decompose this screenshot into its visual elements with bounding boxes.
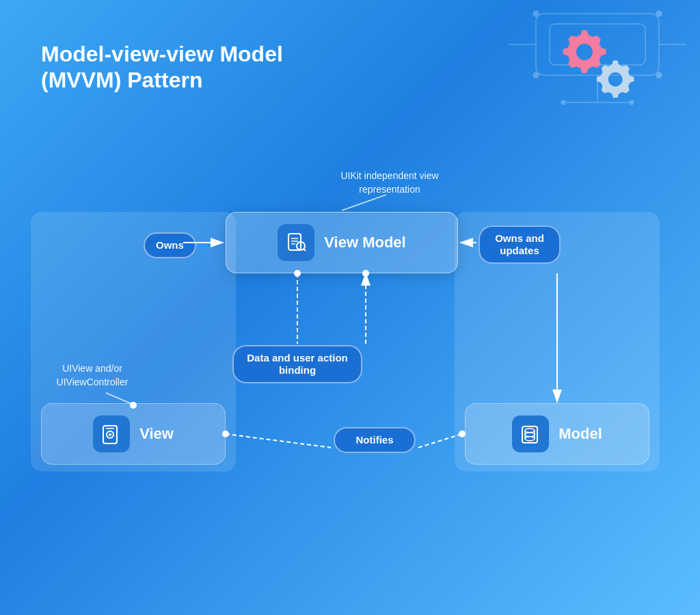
svg-point-23 bbox=[525, 428, 535, 433]
svg-point-26 bbox=[525, 433, 535, 437]
svg-point-20 bbox=[109, 433, 111, 436]
uikit-annotation: UIKit independent view representation bbox=[328, 169, 451, 196]
page-title: Model-view-view Model (MVVM) Pattern bbox=[41, 41, 283, 94]
view-inner: View bbox=[93, 415, 174, 452]
svg-line-31 bbox=[342, 195, 386, 210]
svg-point-2 bbox=[533, 11, 539, 16]
svg-line-37 bbox=[226, 434, 331, 448]
viewmodel-label: View Model bbox=[324, 234, 405, 251]
owns-badge: Owns bbox=[144, 232, 196, 258]
model-inner: Model bbox=[512, 415, 602, 452]
viewmodel-icon bbox=[278, 224, 314, 261]
model-icon bbox=[512, 415, 549, 452]
uiviewcontroller-annotation: UIView and/or UIViewController bbox=[38, 362, 147, 389]
title-line1: Model-view-view Model bbox=[41, 41, 283, 67]
diagram-container: Model-view-view Model (MVVM) Pattern UIK… bbox=[0, 0, 700, 615]
view-icon bbox=[93, 415, 130, 452]
title-line2: (MVVM) Pattern bbox=[41, 67, 283, 93]
gear-gray-icon bbox=[594, 58, 638, 102]
viewmodel-inner: View Model bbox=[278, 224, 405, 261]
view-label: View bbox=[139, 425, 174, 443]
data-binding-badge: Data and user action binding bbox=[232, 345, 362, 383]
svg-point-27 bbox=[525, 437, 535, 441]
gear-decoration bbox=[522, 20, 645, 116]
svg-point-3 bbox=[656, 11, 662, 16]
notifies-badge: Notifies bbox=[334, 427, 416, 453]
model-node: Model bbox=[465, 403, 649, 465]
viewmodel-node: View Model bbox=[226, 212, 458, 273]
svg-line-17 bbox=[304, 249, 306, 251]
owns-updates-badge: Owns and updates bbox=[479, 226, 561, 264]
model-label: Model bbox=[558, 425, 602, 443]
view-node: View bbox=[41, 403, 226, 465]
svg-point-5 bbox=[656, 72, 662, 78]
